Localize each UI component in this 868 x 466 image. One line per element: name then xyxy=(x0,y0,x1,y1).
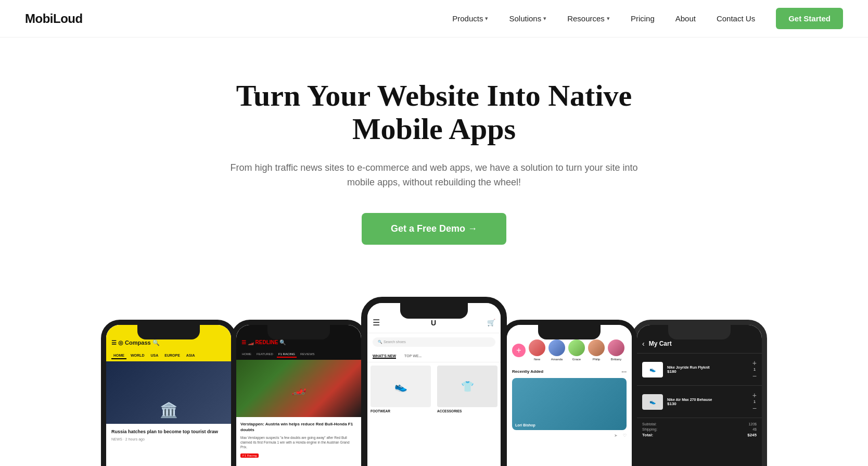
nav-links: Products ▾ Solutions ▾ Resources ▾ Prici… xyxy=(444,8,843,29)
nav-resources[interactable]: Resources ▾ xyxy=(559,10,618,27)
phone-cart: ‹ My Cart 👟 Nike Joyride Run Flyknit $18… xyxy=(632,320,767,466)
get-demo-button[interactable]: Get a Free Demo → xyxy=(362,213,506,245)
chevron-down-icon: ▾ xyxy=(543,15,546,22)
screen-redline: ☰ 🏎️ REDLINE 🔍 HOME FEATURED F1 RACING R… xyxy=(236,325,361,466)
hero-title: Turn Your Website Into Native Mobile App… xyxy=(200,79,668,146)
nav-contact[interactable]: Contact Us xyxy=(708,10,763,27)
phone-redline: ☰ 🏎️ REDLINE 🔍 HOME FEATURED F1 RACING R… xyxy=(231,320,366,466)
nav-about[interactable]: About xyxy=(667,10,704,27)
nav-solutions[interactable]: Solutions ▾ xyxy=(501,10,555,27)
nav-products[interactable]: Products ▾ xyxy=(444,10,496,27)
phone-social: + New Amanda Grace xyxy=(502,320,637,466)
logo: MobiLoud xyxy=(25,11,83,26)
navbar: MobiLoud Products ▾ Solutions ▾ Resource… xyxy=(0,0,868,37)
screen-cart: ‹ My Cart 👟 Nike Joyride Run Flyknit $18… xyxy=(637,325,762,466)
phone-compass: ☰ ◎ Compass 🔍 HOME WORLD USA EUROPE ASIA… xyxy=(101,320,236,466)
screen-compass: ☰ ◎ Compass 🔍 HOME WORLD USA EUROPE ASIA… xyxy=(106,325,231,466)
phone-notch xyxy=(267,325,330,339)
phones-showcase: ☰ ◎ Compass 🔍 HOME WORLD USA EUROPE ASIA… xyxy=(0,276,868,466)
chevron-down-icon: ▾ xyxy=(485,15,488,22)
phone-notch xyxy=(668,325,731,339)
get-started-button[interactable]: Get Started xyxy=(776,8,843,29)
phone-notch xyxy=(400,303,468,319)
chevron-down-icon: ▾ xyxy=(607,15,610,22)
screen-social: + New Amanda Grace xyxy=(507,325,632,466)
nav-pricing[interactable]: Pricing xyxy=(622,10,663,27)
phone-shoes: ☰ U 🛒 🔍 Search shoes WHAT'S NEW TOP WE..… xyxy=(361,297,507,466)
hero-section: Turn Your Website Into Native Mobile App… xyxy=(0,37,868,276)
screen-shoes: ☰ U 🛒 🔍 Search shoes WHAT'S NEW TOP WE..… xyxy=(367,303,501,466)
phone-notch xyxy=(137,325,200,339)
hero-subtitle: From high traffic news sites to e-commer… xyxy=(221,160,647,191)
phone-notch xyxy=(538,325,601,339)
